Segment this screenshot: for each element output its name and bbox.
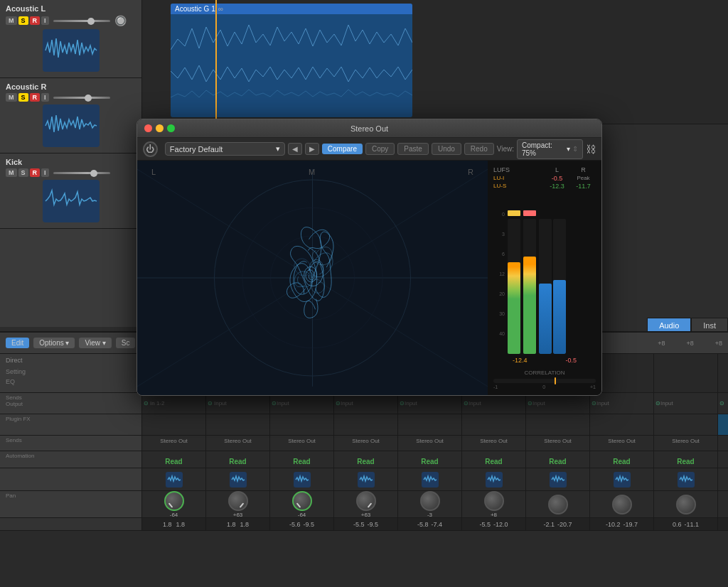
ch6-fader-icon[interactable] bbox=[486, 472, 503, 488]
ch9-read[interactable]: Read bbox=[654, 451, 718, 468]
copy-button[interactable]: Copy bbox=[365, 143, 395, 155]
volume-knob-l[interactable]: 🔘 bbox=[114, 15, 127, 26]
ch8-read[interactable]: Read bbox=[590, 451, 654, 468]
ch3-input-cell[interactable]: ⊙Input bbox=[270, 393, 334, 414]
ch1-input-cell[interactable]: ⊙In 1-2 bbox=[142, 393, 206, 414]
ch7-pan[interactable] bbox=[526, 491, 590, 517]
ch9-input-cell[interactable]: ⊙Input bbox=[654, 393, 718, 414]
ch3-pan-knob[interactable]: -64 bbox=[292, 491, 312, 518]
ch2-output[interactable]: Stereo Out bbox=[206, 436, 270, 451]
ch4-read[interactable]: Read bbox=[334, 451, 398, 468]
ch6-read[interactable]: Read bbox=[462, 451, 526, 468]
close-button[interactable] bbox=[144, 124, 152, 132]
ch7-fader-icon[interactable] bbox=[550, 472, 567, 488]
paste-button[interactable]: Paste bbox=[397, 143, 429, 155]
ch1-pan[interactable]: -64 bbox=[142, 491, 206, 517]
ch5-pan-knob[interactable]: -3 bbox=[420, 491, 440, 518]
ch5-input-cell[interactable]: ⊙Input bbox=[398, 393, 462, 414]
ch1-fader-icon[interactable] bbox=[166, 472, 183, 488]
ch10-input-cell[interactable]: ⊙ bbox=[718, 393, 728, 414]
ch10-pan[interactable] bbox=[718, 491, 728, 517]
nav-prev-button[interactable]: ◀ bbox=[288, 143, 302, 155]
minimize-button[interactable] bbox=[156, 124, 164, 132]
view-dropdown[interactable]: Compact: 75% ▾ ⇕ bbox=[517, 139, 583, 159]
ch6-input-cell[interactable]: ⊙Input bbox=[462, 393, 526, 414]
ch5-pan[interactable]: -3 bbox=[398, 491, 462, 517]
ch2-fader-icon[interactable] bbox=[230, 472, 247, 488]
ch6-pan[interactable]: +8 bbox=[462, 491, 526, 517]
compare-button[interactable]: Compare bbox=[322, 144, 363, 154]
ch3-read[interactable]: Read bbox=[270, 451, 334, 468]
solo-btn-r[interactable]: S bbox=[18, 93, 28, 102]
ch10-output[interactable]: Stereo Out bbox=[718, 436, 728, 451]
ch1-pan-knob-body[interactable] bbox=[164, 491, 184, 511]
undo-button[interactable]: Undo bbox=[432, 143, 461, 155]
ch3-output[interactable]: Stereo Out bbox=[270, 436, 334, 451]
ch5-output[interactable]: Stereo Out bbox=[398, 436, 462, 451]
ch9-output[interactable]: Stereo Out bbox=[654, 436, 718, 451]
ch1-pan-knob[interactable]: -64 bbox=[164, 491, 184, 518]
maximize-button[interactable] bbox=[167, 124, 175, 132]
record-btn-kick[interactable]: R bbox=[30, 168, 41, 177]
ch5-fader-icon[interactable] bbox=[422, 472, 439, 488]
ch6-pan-knob-body[interactable] bbox=[484, 491, 504, 511]
record-btn-r[interactable]: R bbox=[30, 93, 41, 102]
mute-btn-l[interactable]: M bbox=[6, 16, 17, 25]
view-btn[interactable]: View ▾ bbox=[79, 338, 111, 348]
ch7-pan-knob[interactable] bbox=[548, 495, 568, 515]
nav-next-button[interactable]: ▶ bbox=[305, 143, 319, 155]
power-button[interactable]: ⏻ bbox=[143, 141, 158, 157]
ch2-read[interactable]: Read bbox=[206, 451, 270, 468]
ch4-fader-icon[interactable] bbox=[358, 472, 375, 488]
solo-btn-kick[interactable]: S bbox=[18, 168, 28, 177]
ch3-pan-knob-body[interactable] bbox=[292, 491, 312, 511]
ch2-pan-knob-body[interactable] bbox=[228, 491, 248, 511]
input-btn-r[interactable]: I bbox=[41, 93, 49, 102]
ch8-pan[interactable] bbox=[590, 491, 654, 517]
ch4-pan-knob[interactable]: +63 bbox=[356, 491, 376, 518]
ch6-output[interactable]: Stereo Out bbox=[462, 436, 526, 451]
ch1-read[interactable]: Read bbox=[142, 451, 206, 468]
ch3-fader-icon[interactable] bbox=[294, 472, 311, 488]
ch4-pan[interactable]: +63 bbox=[334, 491, 398, 517]
edit-btn[interactable]: Edit bbox=[6, 338, 29, 348]
ch4-pan-knob-body[interactable] bbox=[356, 491, 376, 511]
track-fader-kick[interactable] bbox=[53, 172, 110, 174]
track-fader-l[interactable] bbox=[53, 20, 110, 22]
ch4-output[interactable]: Stereo Out bbox=[334, 436, 398, 451]
record-btn-l[interactable]: R bbox=[30, 16, 41, 25]
ch6-pan-knob[interactable]: +8 bbox=[484, 491, 504, 518]
input-btn-l[interactable]: I bbox=[41, 16, 49, 25]
ch9-fader-icon[interactable] bbox=[678, 472, 695, 488]
ch2-pan[interactable]: +63 bbox=[206, 491, 270, 517]
ch8-input-cell[interactable]: ⊙Input bbox=[590, 393, 654, 414]
mute-btn-kick[interactable]: M bbox=[6, 168, 17, 177]
ch8-pan-knob[interactable] bbox=[612, 495, 632, 515]
arrangement-clip[interactable]: Acoustic G 1 ∞ bbox=[171, 4, 412, 117]
ch10-plugin[interactable]: FF Pro-L 2MultiMeter bbox=[718, 414, 728, 435]
track-fader-r[interactable] bbox=[53, 97, 110, 99]
arrangement-area[interactable]: Acoustic G 1 ∞ bbox=[142, 0, 728, 124]
ch2-input-cell[interactable]: ⊙Input bbox=[206, 393, 270, 414]
sc-btn[interactable]: Sc bbox=[116, 338, 136, 348]
ch4-input-cell[interactable]: ⊙Input bbox=[334, 393, 398, 414]
ch5-pan-knob-body[interactable] bbox=[420, 491, 440, 511]
solo-btn-l[interactable]: S bbox=[18, 16, 28, 25]
input-btn-kick[interactable]: I bbox=[41, 168, 49, 177]
ch2-pan-knob[interactable]: +63 bbox=[228, 491, 248, 518]
options-btn[interactable]: Options ▾ bbox=[33, 338, 75, 348]
ch7-read[interactable]: Read bbox=[526, 451, 590, 468]
ch8-output[interactable]: Stereo Out bbox=[590, 436, 654, 451]
link-chain-icon[interactable]: ⛓ bbox=[586, 144, 596, 155]
ch8-fader-icon[interactable] bbox=[614, 472, 631, 488]
mute-btn-r[interactable]: M bbox=[6, 93, 17, 102]
ch1-output[interactable]: Stereo Out bbox=[142, 436, 206, 451]
ch7-input-cell[interactable]: ⊙Input bbox=[526, 393, 590, 414]
ch7-output[interactable]: Stereo Out bbox=[526, 436, 590, 451]
ch10-read[interactable]: Read bbox=[718, 451, 728, 468]
ch3-pan[interactable]: -64 bbox=[270, 491, 334, 517]
redo-button[interactable]: Redo bbox=[464, 143, 494, 155]
ch9-pan[interactable] bbox=[654, 491, 718, 517]
ch5-read[interactable]: Read bbox=[398, 451, 462, 468]
preset-dropdown[interactable]: Factory Default ▾ bbox=[165, 142, 285, 156]
